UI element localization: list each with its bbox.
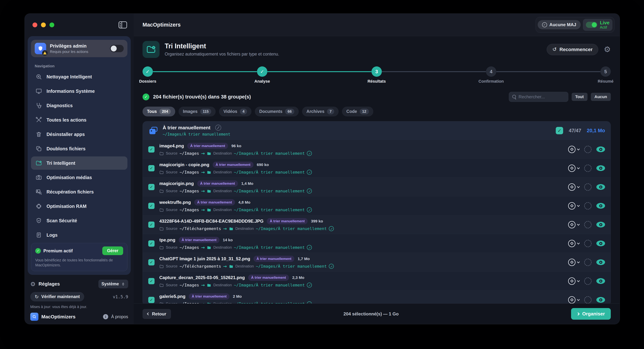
check-updates-button[interactable]: Vérifier maintenant — [30, 292, 84, 301]
edit-path-icon[interactable] — [307, 283, 312, 288]
check-circle-icon — [542, 22, 547, 27]
file-checkbox[interactable] — [148, 259, 154, 266]
sidebar-nav-item[interactable]: Diagnostics — [31, 99, 128, 112]
filter-tab[interactable]: Images 115 — [178, 107, 216, 116]
select-all-button[interactable]: Tout — [572, 93, 588, 101]
sidebar-toggle-icon[interactable] — [118, 21, 127, 28]
page-settings-gear-icon[interactable] — [604, 45, 611, 53]
tag-category-dropdown[interactable] — [568, 146, 580, 153]
file-category-badge: À trier manuellement — [254, 256, 294, 262]
preview-eye-icon[interactable] — [596, 241, 605, 246]
admin-privileges-toggle[interactable] — [110, 45, 124, 52]
pending-status-icon[interactable] — [584, 278, 592, 285]
filter-tab[interactable]: Vidéos 4 — [219, 107, 252, 116]
file-checkbox[interactable] — [148, 146, 154, 153]
edit-path-icon[interactable] — [307, 207, 312, 212]
destination-label: Destination — [213, 302, 232, 304]
tag-category-dropdown[interactable] — [568, 183, 580, 191]
sidebar-nav-item[interactable]: Tri Intelligent — [31, 156, 128, 170]
edit-path-icon[interactable] — [329, 226, 334, 231]
manage-premium-button[interactable]: Gérer — [102, 246, 123, 255]
file-checkbox[interactable] — [148, 203, 154, 209]
close-window-button[interactable] — [32, 22, 37, 27]
preview-eye-icon[interactable] — [596, 278, 605, 284]
tag-category-dropdown[interactable] — [568, 259, 580, 266]
pending-status-icon[interactable] — [584, 259, 592, 266]
tag-icon — [568, 278, 576, 285]
file-checkbox[interactable] — [148, 278, 154, 284]
file-checkbox[interactable] — [148, 222, 154, 228]
edit-destination-icon[interactable] — [215, 125, 221, 131]
restart-button[interactable]: Recommencer — [547, 44, 598, 55]
edit-path-icon[interactable] — [307, 151, 312, 156]
pending-status-icon[interactable] — [584, 202, 592, 210]
preview-eye-icon[interactable] — [596, 297, 605, 303]
pending-status-icon[interactable] — [584, 146, 592, 153]
filter-tab[interactable]: Tous 204 — [142, 107, 175, 116]
file-actions — [568, 165, 605, 172]
sidebar-nav-item[interactable]: Nettoyage Intelligent — [31, 70, 128, 83]
theme-select[interactable]: Système — [98, 280, 128, 288]
magnifier-sparkle-icon — [36, 73, 42, 80]
organize-button[interactable]: Organiser — [571, 308, 611, 320]
sidebar-nav-item[interactable]: Désinstaller apps — [31, 128, 128, 141]
sidebar-nav-item-label: Toutes les actions — [46, 117, 86, 123]
sidebar-nav-item[interactable]: Scan Sécurité — [31, 214, 128, 227]
sidebar-nav-item[interactable]: Informations Système — [31, 84, 128, 98]
file-checkbox[interactable] — [148, 240, 154, 247]
tag-category-dropdown[interactable] — [568, 296, 580, 304]
tag-category-dropdown[interactable] — [568, 165, 580, 172]
pending-status-icon[interactable] — [584, 183, 592, 191]
edit-path-icon[interactable] — [307, 245, 312, 250]
sidebar-nav-item[interactable]: Toutes les actions — [31, 113, 128, 127]
pending-status-icon[interactable] — [584, 221, 592, 228]
group-checkbox[interactable] — [556, 127, 563, 134]
edit-path-icon[interactable] — [307, 301, 312, 304]
sidebar-nav-item[interactable]: Logs — [31, 228, 128, 242]
no-update-badge[interactable]: Aucune MAJ — [538, 20, 581, 29]
edit-path-icon[interactable] — [329, 264, 334, 269]
preview-eye-icon[interactable] — [596, 165, 605, 171]
pending-status-icon[interactable] — [584, 240, 592, 247]
sidebar-nav-item[interactable]: Optimisation médias — [31, 171, 128, 184]
select-none-button[interactable]: Aucun — [591, 93, 611, 101]
zoom-window-button[interactable] — [50, 22, 54, 27]
edit-path-icon[interactable] — [307, 170, 312, 175]
pending-status-icon[interactable] — [584, 296, 592, 304]
sidebar-nav-item[interactable]: Optimisation RAM — [31, 200, 128, 213]
search-input[interactable] — [519, 94, 565, 99]
pending-status-icon[interactable] — [584, 165, 592, 172]
preview-eye-icon[interactable] — [596, 146, 605, 152]
file-checkbox[interactable] — [148, 297, 154, 303]
file-row: 43228F64-A14D-49FB-BC84-EAC9E84DDD9E.JPG… — [143, 215, 610, 234]
back-button[interactable]: Retour — [142, 309, 171, 319]
results-summary-row: 204 fichier(s) trouvé(s) dans 38 groupe(… — [142, 92, 611, 102]
file-checkbox[interactable] — [148, 184, 154, 190]
minimize-window-button[interactable] — [41, 22, 46, 27]
tag-category-dropdown[interactable] — [568, 278, 580, 285]
live-toggle[interactable] — [586, 22, 597, 28]
filter-tab[interactable]: Archives 7 — [302, 107, 338, 116]
tag-category-dropdown[interactable] — [568, 221, 580, 228]
file-row: weektruffe.png À trier manuellement 4,8 … — [143, 196, 610, 215]
source-path: ~/Images — [180, 151, 199, 156]
preview-eye-icon[interactable] — [596, 203, 605, 209]
admin-privileges-card: Privilèges admin Requis pour les actions — [31, 40, 128, 57]
warning-icon — [42, 50, 48, 56]
filter-count-badge: 115 — [200, 109, 211, 114]
live-state: Actif — [600, 25, 610, 29]
app-logo-icon — [30, 313, 38, 321]
preview-eye-icon[interactable] — [596, 222, 605, 227]
edit-path-icon[interactable] — [307, 189, 312, 194]
file-checkbox[interactable] — [148, 165, 154, 171]
filter-tab[interactable]: Code 12 — [342, 107, 373, 116]
tag-category-dropdown[interactable] — [568, 202, 580, 210]
preview-eye-icon[interactable] — [596, 184, 605, 190]
filter-tab[interactable]: Documents 66 — [255, 107, 299, 116]
sidebar-nav-item[interactable]: Doublons fichiers — [31, 142, 128, 155]
sidebar-nav-item[interactable]: Récupération fichiers — [31, 185, 128, 198]
preview-eye-icon[interactable] — [596, 259, 605, 265]
about-link[interactable]: À propos — [111, 314, 128, 319]
search-box — [509, 92, 568, 102]
tag-category-dropdown[interactable] — [568, 240, 580, 247]
